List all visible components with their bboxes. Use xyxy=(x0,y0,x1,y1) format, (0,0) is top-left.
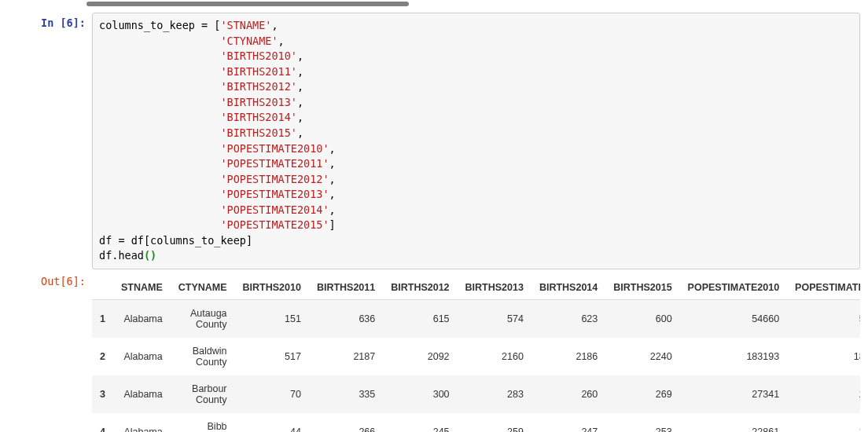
notebook: In [6]: columns_to_keep = ['STNAME', 'CT… xyxy=(0,0,868,432)
table-cell: 27341 xyxy=(680,375,787,413)
table-cell: 266 xyxy=(309,413,383,432)
table-column-header: BIRTHS2015 xyxy=(605,276,679,300)
table-column-header: BIRTHS2012 xyxy=(383,276,457,300)
row-index: 2 xyxy=(92,338,113,375)
table-cell: 623 xyxy=(531,300,605,339)
table-cell: 183193 xyxy=(680,338,787,375)
table-cell: 54660 xyxy=(680,300,787,339)
table-cell: Alabama xyxy=(113,375,171,413)
table-column-header: BIRTHS2013 xyxy=(458,276,531,300)
dataframe-table: STNAMECTYNAMEBIRTHS2010BIRTHS2011BIRTHS2… xyxy=(92,276,860,432)
table-cell: 259 xyxy=(458,413,531,432)
table-cell: 70 xyxy=(235,375,309,413)
table-row: 4AlabamaBibb County442662452592472532286… xyxy=(92,413,860,432)
input-cell: In [6]: columns_to_keep = ['STNAME', 'CT… xyxy=(8,13,860,269)
table-cell: 44 xyxy=(235,413,309,432)
row-index: 1 xyxy=(92,300,113,339)
table-cell: Bibb County xyxy=(171,413,235,432)
table-cell: 269 xyxy=(605,375,679,413)
output-prompt: Out[6]: xyxy=(8,271,92,291)
table-row: 2AlabamaBaldwin County517218720922160218… xyxy=(92,338,860,375)
table-cell: Autauga County xyxy=(171,300,235,339)
table-cell: 55253 xyxy=(787,300,860,339)
table-cell: Baldwin County xyxy=(171,338,235,375)
table-cell: 22861 xyxy=(680,413,787,432)
table-cell: 2160 xyxy=(458,338,531,375)
code-editor[interactable]: columns_to_keep = ['STNAME', 'CTYNAME', … xyxy=(92,13,860,269)
row-index: 4 xyxy=(92,413,113,432)
table-cell: 517 xyxy=(235,338,309,375)
table-cell: 574 xyxy=(458,300,531,339)
table-cell: 247 xyxy=(531,413,605,432)
input-prompt: In [6]: xyxy=(8,13,92,32)
table-cell: 2187 xyxy=(309,338,383,375)
output-area[interactable]: STNAMECTYNAMEBIRTHS2010BIRTHS2011BIRTHS2… xyxy=(92,271,860,432)
table-cell: 335 xyxy=(309,375,383,413)
table-cell: 2186 xyxy=(531,338,605,375)
table-cell: 22733 xyxy=(787,413,860,432)
table-cell: 2240 xyxy=(605,338,679,375)
table-column-header: BIRTHS2014 xyxy=(531,276,605,300)
table-column-header: CTYNAME xyxy=(171,276,235,300)
output-cell: Out[6]: STNAMECTYNAMEBIRTHS2010BIRTHS201… xyxy=(8,271,860,432)
table-header-row: STNAMECTYNAMEBIRTHS2010BIRTHS2011BIRTHS2… xyxy=(92,276,860,300)
table-cell: 245 xyxy=(383,413,457,432)
table-cell: Alabama xyxy=(113,338,171,375)
table-cell: 253 xyxy=(605,413,679,432)
table-cell: 260 xyxy=(531,375,605,413)
table-corner xyxy=(92,276,113,300)
table-cell: Barbour County xyxy=(171,375,235,413)
table-cell: 283 xyxy=(458,375,531,413)
table-cell: 27226 xyxy=(787,375,860,413)
table-cell: 186659 xyxy=(787,338,860,375)
table-column-header: BIRTHS2010 xyxy=(235,276,309,300)
row-index: 3 xyxy=(92,375,113,413)
table-column-header: POPESTIMATE2010 xyxy=(680,276,787,300)
table-cell: 151 xyxy=(235,300,309,339)
table-cell: 2092 xyxy=(383,338,457,375)
table-cell: Alabama xyxy=(113,300,171,339)
table-body: 1AlabamaAutauga County151636615574623600… xyxy=(92,300,860,433)
table-column-header: POPESTIMATE2011 xyxy=(787,276,860,300)
table-row: 1AlabamaAutauga County151636615574623600… xyxy=(92,300,860,339)
table-column-header: STNAME xyxy=(113,276,171,300)
table-column-header: BIRTHS2011 xyxy=(309,276,383,300)
table-cell: 600 xyxy=(605,300,679,339)
table-cell: 636 xyxy=(309,300,383,339)
prev-output-scrollbar-stub xyxy=(86,0,854,8)
table-cell: 615 xyxy=(383,300,457,339)
table-cell: Alabama xyxy=(113,413,171,432)
table-row: 3AlabamaBarbour County703353002832602692… xyxy=(92,375,860,413)
table-cell: 300 xyxy=(383,375,457,413)
